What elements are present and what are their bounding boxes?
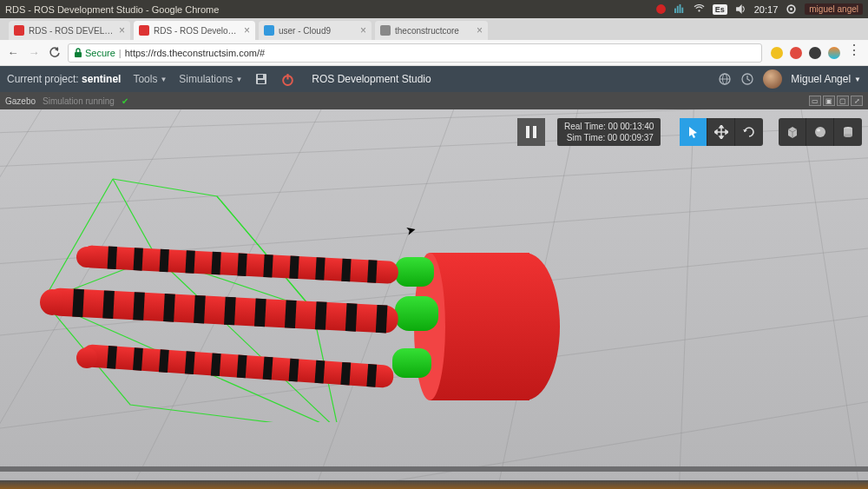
robot-model xyxy=(35,162,590,422)
favicon-icon xyxy=(264,25,274,36)
reload-button[interactable] xyxy=(47,45,62,61)
shape-tools xyxy=(779,118,862,146)
svg-rect-13 xyxy=(258,80,265,83)
username-menu[interactable]: Miguel Angel▼ xyxy=(791,73,861,85)
close-icon[interactable]: × xyxy=(119,24,125,36)
favicon-icon xyxy=(139,25,149,36)
window-maximize-icon[interactable]: ▢ xyxy=(837,96,849,106)
svg-rect-69 xyxy=(211,353,221,376)
gazebo-tab[interactable]: Gazebo xyxy=(5,96,36,106)
svg-point-0 xyxy=(656,4,666,14)
app-header: Current project: sentinel Tools▼ Simulat… xyxy=(0,66,868,92)
project-name: sentinel xyxy=(82,73,121,85)
pause-button[interactable] xyxy=(517,118,545,146)
svg-rect-66 xyxy=(133,347,143,371)
svg-rect-68 xyxy=(185,351,195,374)
chrome-menu-icon[interactable]: ⋮ xyxy=(847,47,859,59)
url-input[interactable]: Secure | https://rds.theconstructsim.com… xyxy=(68,43,762,63)
select-tool[interactable] xyxy=(680,118,707,146)
tab-constructcore[interactable]: theconstructcore × xyxy=(375,21,488,40)
svg-rect-44 xyxy=(134,248,143,270)
ext-icon[interactable] xyxy=(771,47,783,59)
time-readout: Real Time: 00 00:13:40 Sim Time: 00 00:0… xyxy=(557,118,661,146)
svg-rect-37 xyxy=(395,257,434,287)
svg-rect-12 xyxy=(258,75,263,78)
svg-rect-63 xyxy=(345,303,358,332)
tab-rds-1[interactable]: RDS - ROS DEVELO… × xyxy=(9,21,130,40)
viewport-3d[interactable]: Real Time: 00 00:13:40 Sim Time: 00 00:0… xyxy=(0,109,868,480)
tab-rds-active[interactable]: RDS - ROS Develop… × xyxy=(134,21,255,40)
svg-rect-43 xyxy=(108,247,117,269)
svg-rect-3 xyxy=(679,4,681,13)
box-tool[interactable] xyxy=(779,118,806,146)
user-chip[interactable]: miguel angel xyxy=(805,3,863,15)
cylinder-tool[interactable] xyxy=(834,118,862,146)
svg-point-95 xyxy=(844,134,852,137)
svg-point-77 xyxy=(40,289,64,315)
svg-rect-2 xyxy=(677,6,679,13)
menu-tools[interactable]: Tools▼ xyxy=(133,73,167,85)
svg-rect-39 xyxy=(395,296,438,331)
svg-rect-46 xyxy=(185,250,194,273)
manipulate-tools xyxy=(680,118,763,146)
translate-tool[interactable] xyxy=(707,118,735,146)
svg-rect-75 xyxy=(366,364,377,387)
svg-point-76 xyxy=(76,247,97,268)
record-icon[interactable] xyxy=(655,3,667,15)
svg-line-33 xyxy=(799,109,868,480)
clock[interactable]: 20:17 xyxy=(754,4,779,15)
opera-icon[interactable] xyxy=(790,47,802,59)
forward-button[interactable]: → xyxy=(26,45,42,61)
activity-icon[interactable] xyxy=(674,3,686,15)
svg-rect-59 xyxy=(224,297,236,326)
svg-rect-60 xyxy=(254,299,266,327)
sim-status: Simulation running xyxy=(43,96,115,106)
svg-rect-47 xyxy=(211,252,220,274)
menu-simulations[interactable]: Simulations▼ xyxy=(179,73,242,85)
svg-point-8 xyxy=(790,8,792,10)
window-minimize-icon[interactable]: ▭ xyxy=(809,96,821,106)
sphere-tool[interactable] xyxy=(806,118,834,146)
window-restore-icon[interactable]: ▣ xyxy=(823,96,835,106)
current-project-label: Current project: sentinel xyxy=(7,73,121,85)
close-icon[interactable]: × xyxy=(244,24,250,36)
svg-marker-81 xyxy=(689,127,697,138)
svg-rect-65 xyxy=(107,346,117,369)
svg-rect-73 xyxy=(315,360,326,384)
wifi-icon[interactable] xyxy=(694,3,705,15)
window-expand-icon[interactable]: ⤢ xyxy=(851,96,863,106)
clock-icon[interactable] xyxy=(740,72,754,86)
close-icon[interactable]: × xyxy=(477,24,483,36)
ext-icon[interactable] xyxy=(828,47,840,59)
power-icon[interactable] xyxy=(280,72,294,86)
svg-rect-54 xyxy=(72,289,84,318)
svg-rect-57 xyxy=(163,294,175,322)
save-icon[interactable] xyxy=(254,72,268,86)
gear-icon[interactable] xyxy=(786,3,797,15)
rotate-tool[interactable] xyxy=(735,118,763,146)
svg-rect-52 xyxy=(341,259,351,281)
svg-rect-80 xyxy=(533,126,536,138)
svg-rect-74 xyxy=(340,362,351,386)
keyboard-lang[interactable]: Es xyxy=(713,4,727,15)
back-button[interactable]: ← xyxy=(5,45,21,61)
browser-tab-strip: RDS - ROS DEVELO… × RDS - ROS Develop… ×… xyxy=(0,18,868,40)
viewport-scrollbar[interactable] xyxy=(0,466,868,472)
svg-point-78 xyxy=(76,347,97,368)
svg-marker-86 xyxy=(714,130,717,134)
svg-rect-72 xyxy=(289,359,299,382)
url-text: https://rds.theconstructsim.com/# xyxy=(125,48,265,58)
evernote-icon[interactable] xyxy=(809,47,821,59)
svg-rect-45 xyxy=(160,249,169,272)
svg-rect-67 xyxy=(159,349,169,373)
tab-cloud9[interactable]: user - Cloud9 × xyxy=(259,21,372,40)
svg-rect-79 xyxy=(526,126,529,138)
svg-rect-56 xyxy=(133,292,145,320)
volume-icon[interactable] xyxy=(735,3,746,15)
svg-rect-70 xyxy=(237,355,247,379)
system-tray: Es 20:17 miguel angel xyxy=(655,3,863,15)
globe-icon[interactable] xyxy=(718,72,732,86)
close-icon[interactable]: × xyxy=(360,24,366,36)
avatar[interactable] xyxy=(763,69,782,89)
svg-marker-85 xyxy=(720,136,723,139)
